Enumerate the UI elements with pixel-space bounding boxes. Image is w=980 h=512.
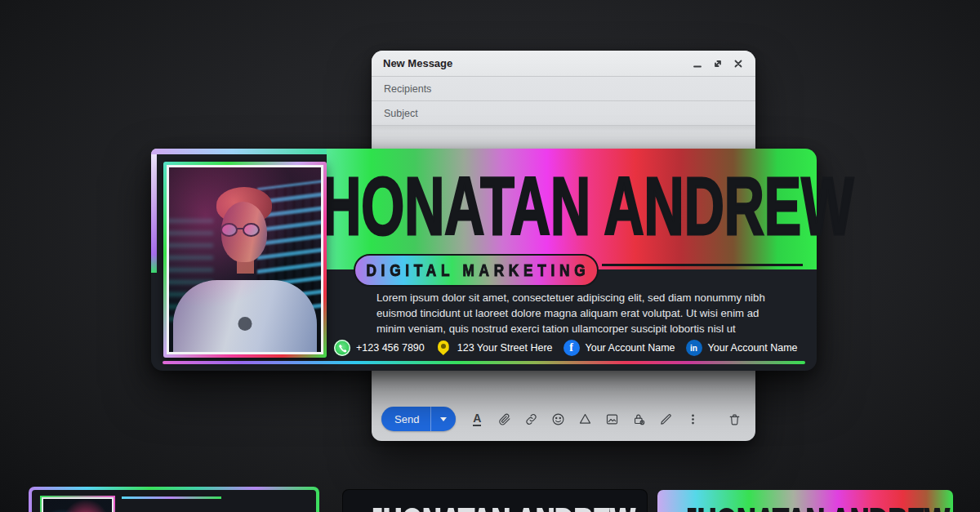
signature-name: JHONATAN ANDREW <box>290 159 853 253</box>
facebook-account-name: Your Account Name <box>586 342 675 354</box>
send-button[interactable]: Send <box>381 407 456 431</box>
drive-icon[interactable] <box>575 409 595 429</box>
pop-out-icon[interactable] <box>712 58 724 69</box>
signature-preview-2[interactable]: JHONATAN ANDREW <box>343 490 647 512</box>
email-signature-banner: JHONATAN ANDREW <box>151 149 817 371</box>
preview-3-name: JHONATAN ANDREW <box>683 503 950 512</box>
compose-title: New Message <box>383 57 452 69</box>
recipients-field[interactable]: Recipients <box>372 77 755 101</box>
phone-number: +123 456 7890 <box>356 342 425 354</box>
phone-contact[interactable]: +123 456 7890 <box>334 340 425 356</box>
location-pin-icon <box>435 340 452 356</box>
subject-placeholder: Subject <box>384 108 418 119</box>
linkedin-account-name: Your Account Name <box>708 342 798 354</box>
compose-header[interactable]: New Message <box>372 51 755 77</box>
preview-1-accent-line <box>122 496 221 499</box>
compose-toolbar: Send A <box>372 403 755 441</box>
gradient-frame-left <box>151 149 157 273</box>
bio-text: Lorem ipsum dolor sit amet, consectetuer… <box>376 291 778 337</box>
send-button-label: Send <box>381 413 430 425</box>
more-options-icon[interactable] <box>683 409 702 429</box>
gradient-bottom-line <box>163 361 805 364</box>
attach-file-icon[interactable] <box>494 409 514 429</box>
signature-pen-icon[interactable] <box>656 409 675 429</box>
preview-2-name: JHONATAN ANDREW <box>368 503 635 512</box>
signature-preview-1[interactable]: JHONATAN ANDREW <box>29 487 319 512</box>
insert-link-icon[interactable] <box>521 409 541 429</box>
preview-1-name: JHONATAN ANDREW <box>127 508 319 512</box>
divider-line <box>602 264 803 266</box>
toolbar-icons: A <box>467 409 702 429</box>
recipients-placeholder: Recipients <box>384 83 431 95</box>
send-options-caret-icon[interactable] <box>431 417 456 421</box>
contact-row: +123 456 7890 123 Your Street Here f You… <box>334 338 804 358</box>
discard-draft-icon[interactable] <box>724 409 744 429</box>
profile-photo-image <box>169 167 321 352</box>
subject-field[interactable]: Subject <box>372 101 755 126</box>
minimize-icon[interactable] <box>692 58 703 69</box>
street-address: 123 Your Street Here <box>457 342 553 354</box>
whatsapp-icon <box>334 340 350 356</box>
linkedin-contact[interactable]: in Your Account Name <box>686 340 798 356</box>
facebook-contact[interactable]: f Your Account Name <box>564 340 675 356</box>
confidential-mode-icon[interactable] <box>629 409 648 429</box>
insert-emoji-icon[interactable] <box>548 409 568 429</box>
linkedin-icon: in <box>686 340 702 356</box>
preview-1-photo <box>40 496 115 512</box>
profile-photo <box>163 162 327 358</box>
role-badge-label: DIGITAL MARKETING <box>362 260 590 280</box>
close-icon[interactable] <box>733 58 744 69</box>
facebook-icon: f <box>564 340 580 356</box>
signature-preview-3[interactable]: JHONATAN ANDREW <box>657 490 953 512</box>
role-badge: DIGITAL MARKETING <box>354 254 599 287</box>
desktop-background: New Message Recipients Subject Send <box>0 0 980 512</box>
address-contact[interactable]: 123 Your Street Here <box>435 340 553 356</box>
gradient-frame-top <box>151 149 329 154</box>
formatting-options-icon[interactable]: A <box>467 409 487 429</box>
gradient-title-panel: JHONATAN ANDREW <box>327 149 817 269</box>
insert-photo-icon[interactable] <box>602 409 621 429</box>
window-controls <box>692 58 744 69</box>
